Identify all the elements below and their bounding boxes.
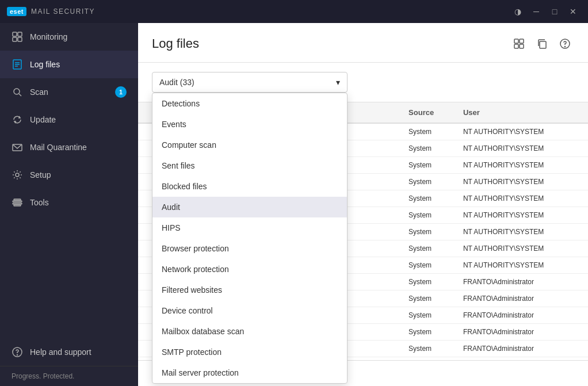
dropdown-item-events[interactable]: Events [152,114,347,135]
cell-user: NT AUTHORITY\SYSTEM [456,257,588,274]
setup-icon [12,169,23,181]
cell-user: NT AUTHORITY\SYSTEM [456,190,588,207]
maximize-button[interactable]: □ [547,3,563,20]
svg-rect-2 [13,37,17,41]
svg-point-24 [565,47,566,47]
sidebar-item-label: Mail Quarantine [30,143,87,152]
dropdown-item-blocked-files[interactable]: Blocked files [152,176,347,197]
minimize-button[interactable]: ─ [528,3,544,20]
cell-user: NT AUTHORITY\SYSTEM [456,123,588,140]
svg-point-11 [16,173,19,177]
col-user: User [456,102,588,123]
sidebar-item-scan[interactable]: Scan 1 [0,78,138,106]
cell-user: FRANTO\Administrator [456,274,588,291]
dropdown-item-mailbox-db-scan[interactable]: Mailbox database scan [152,321,347,342]
window-controls: ◑ ─ □ ✕ [510,3,581,20]
sidebar-item-tools[interactable]: Tools [0,189,138,216]
cell-source: System [402,357,456,361]
sidebar-item-mail-quarantine[interactable]: Mail Quarantine [0,133,138,161]
mail-icon [12,142,23,153]
log-icon [12,59,23,70]
log-type-dropdown[interactable]: Audit (33) ▾ [152,72,348,93]
dropdown-item-browser-protection[interactable]: Browser protection [152,238,347,259]
svg-rect-15 [14,205,21,206]
app-title: MAIL SECURITY [31,7,95,16]
dropdown-item-sent-files[interactable]: Sent files [152,155,347,176]
svg-rect-18 [514,39,518,43]
sidebar-item-setup[interactable]: Setup [0,161,138,189]
svg-rect-12 [13,201,22,202]
dropdown-item-device-control[interactable]: Device control [152,300,347,321]
update-icon [12,114,23,125]
title-bar: eset MAIL SECURITY ◑ ─ □ ✕ [0,0,588,23]
sidebar-item-update[interactable]: Update [0,106,138,133]
cell-source: System [402,341,456,357]
help-content-icon [560,39,570,49]
cell-source: System [402,274,456,291]
svg-rect-3 [18,37,22,41]
copy-icon [537,39,547,49]
dropdown-item-audit[interactable]: Audit [152,197,347,217]
cell-user: FRANTO\Administrator [456,291,588,307]
app-logo: eset MAIL SECURITY [7,7,95,16]
cell-source: System [402,224,456,240]
cell-user: NT AUTHORITY\SYSTEM [456,140,588,157]
scan-icon [12,86,23,98]
content-header: Log files [138,23,588,63]
cell-user: FRANTO\Administrator [456,324,588,341]
cell-source: System [402,307,456,324]
copy-button[interactable] [533,35,551,53]
cell-source: System [402,123,456,140]
svg-rect-13 [13,203,22,204]
dropdown-menu[interactable]: Detections Events Computer scan Sent fil… [152,93,348,384]
close-button[interactable]: ✕ [565,3,581,20]
cell-source: System [402,257,456,274]
svg-rect-14 [14,199,21,200]
dropdown-item-computer-scan[interactable]: Computer scan [152,135,347,155]
dropdown-item-filtered-websites[interactable]: Filtered websites [152,280,347,300]
dropdown-item-mail-server-protection[interactable]: Mail server protection [152,362,347,383]
grid-icon [12,31,23,43]
sidebar-item-label: Setup [30,170,51,179]
sidebar-item-label: Log files [30,60,60,69]
svg-rect-1 [18,32,22,36]
eset-logo-text: eset [7,7,26,16]
cell-source: System [402,291,456,307]
header-actions [510,35,574,53]
dropdown-item-smtp-protection[interactable]: SMTP protection [152,342,347,362]
svg-rect-0 [13,32,17,36]
cell-user: FRANTO\Administrator [456,357,588,361]
cell-user: NT AUTHORITY\SYSTEM [456,207,588,224]
sidebar-item-label: Update [30,115,56,124]
sidebar-item-monitoring[interactable]: Monitoring [0,23,138,51]
cell-source: System [402,190,456,207]
sidebar-item-label: Scan [30,87,48,97]
theme-button[interactable]: ◑ [510,3,526,20]
dropdown-selected-value: Audit (33) [159,78,194,87]
sidebar-item-label: Help and support [30,347,91,357]
cell-user: NT AUTHORITY\SYSTEM [456,157,588,174]
sidebar-item-log-files[interactable]: Log files [0,51,138,78]
sidebar: Monitoring Log files Scan 1 [0,23,138,386]
cell-user: FRANTO\Administrator [456,341,588,357]
dropdown-area: Audit (33) ▾ Detections Events Computer … [138,63,588,102]
scan-badge: 1 [115,86,127,98]
cell-source: System [402,157,456,174]
svg-rect-19 [520,39,524,43]
dropdown-item-detections[interactable]: Detections [152,93,347,114]
cell-source: System [402,207,456,224]
svg-line-9 [19,94,21,96]
dropdown-item-hips[interactable]: HIPS [152,217,347,238]
status-text: Progress. Protected. [12,372,74,380]
col-source: Source [402,102,456,123]
cell-source: System [402,140,456,157]
dropdown-item-network-protection[interactable]: Network protection [152,259,347,280]
sidebar-item-help-support[interactable]: Help and support [0,338,138,366]
grid-view-button[interactable] [510,35,528,53]
help-button[interactable] [556,35,574,53]
cell-user: NT AUTHORITY\SYSTEM [456,240,588,257]
svg-point-17 [17,355,18,356]
svg-point-8 [14,89,20,94]
status-bar: Progress. Protected. [0,366,138,386]
svg-rect-20 [514,44,518,48]
